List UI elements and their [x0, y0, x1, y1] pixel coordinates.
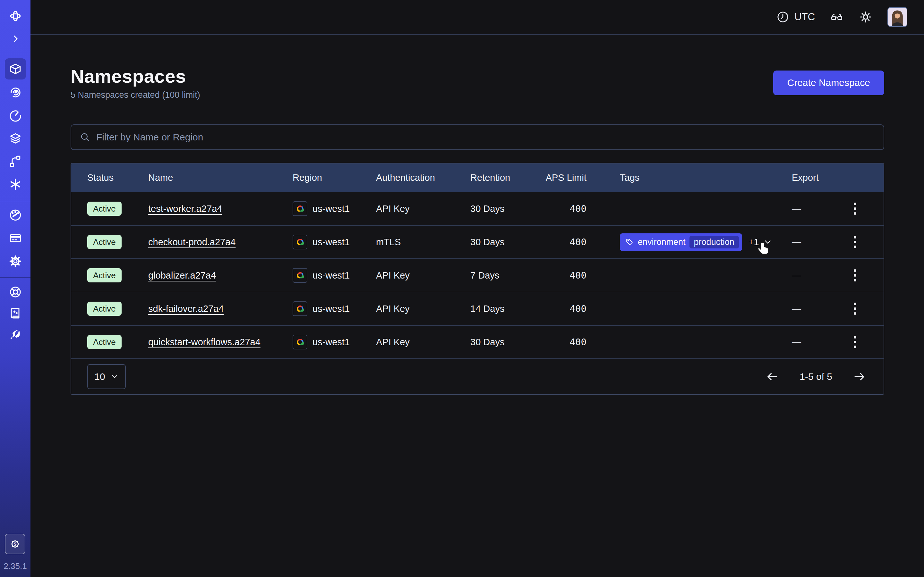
create-namespace-button[interactable]: Create Namespace — [773, 71, 884, 95]
tag-key: environment — [638, 237, 686, 247]
aps-limit-value: 400 — [538, 337, 594, 348]
app-root: $ 2.35.1 UTC — [0, 0, 924, 577]
col-header-region: Region — [292, 172, 376, 183]
retention-value: 30 Days — [470, 237, 538, 247]
next-page-arrow-icon[interactable] — [853, 370, 866, 384]
gcp-logo-icon — [292, 335, 307, 350]
col-header-authentication: Authentication — [376, 172, 470, 183]
table-footer: 10 1-5 of 5 — [71, 358, 884, 394]
sidebar-item-namespaces[interactable] — [5, 58, 26, 79]
sidebar-item-workflows[interactable] — [5, 81, 26, 103]
plan-money-badge-button[interactable]: $ — [5, 534, 25, 554]
chevron-down-icon — [110, 372, 119, 381]
region-label: us-west1 — [312, 203, 350, 214]
export-value: — — [792, 303, 801, 314]
table-row: Active sdk-failover.a27a4 us-west1 API K… — [71, 292, 884, 325]
namespace-link[interactable]: test-worker.a27a4 — [148, 203, 222, 214]
tags-cell: environment production +1 — [594, 234, 766, 251]
status-badge: Active — [87, 335, 121, 350]
sidebar-item-usage[interactable] — [5, 205, 26, 226]
sidebar-bottom: $ 2.35.1 — [3, 534, 27, 577]
timezone-label: UTC — [795, 11, 815, 23]
tag-overflow-count: +1 — [748, 237, 759, 247]
retention-value: 30 Days — [470, 337, 538, 348]
namespace-link[interactable]: sdk-failover.a27a4 — [148, 303, 224, 314]
sidebar-divider — [0, 277, 31, 277]
namespace-link[interactable]: globalizer.a27a4 — [148, 270, 216, 281]
content: Namespaces 5 Namespaces created (100 lim… — [31, 35, 924, 395]
sidebar-item-nexus[interactable] — [5, 174, 26, 195]
app-version: 2.35.1 — [3, 561, 27, 571]
sidebar-item-billing[interactable] — [5, 227, 26, 249]
export-value: — — [792, 237, 801, 247]
export-value: — — [792, 337, 801, 348]
status-badge: Active — [87, 235, 121, 250]
sidebar-item-schedules[interactable] — [5, 105, 26, 126]
prev-page-arrow-icon[interactable] — [766, 370, 779, 384]
tag-chip[interactable]: environment production — [620, 234, 742, 251]
pager: 1-5 of 5 — [766, 370, 866, 384]
row-menu-kebab-icon[interactable] — [851, 199, 859, 218]
col-header-retention: Retention — [470, 172, 538, 183]
topbar: UTC — [31, 0, 924, 35]
page-title: Namespaces — [71, 65, 200, 87]
row-menu-kebab-icon[interactable] — [851, 233, 859, 251]
table-row: Active quickstart-workflows.a27a4 us-wes… — [71, 325, 884, 358]
status-badge: Active — [87, 301, 121, 316]
auth-value: API Key — [376, 270, 470, 281]
namespaces-table: Status Name Region Authentication Retent… — [71, 163, 884, 395]
gcp-logo-icon — [292, 301, 307, 316]
sidebar-item-getting-started[interactable] — [5, 324, 26, 345]
row-menu-kebab-icon[interactable] — [851, 266, 859, 285]
filter-input[interactable] — [96, 132, 875, 143]
status-badge: Active — [87, 268, 121, 283]
export-value: — — [792, 203, 801, 214]
tag-value: production — [690, 236, 739, 248]
aps-limit-value: 400 — [538, 270, 594, 281]
namespace-link[interactable]: checkout-prod.a27a4 — [148, 237, 236, 247]
filter-bar[interactable] — [71, 124, 884, 150]
auth-value: API Key — [376, 303, 470, 314]
temporal-logo-icon[interactable] — [5, 5, 26, 27]
col-header-aps-limit: APS Limit — [538, 172, 594, 183]
region-label: us-west1 — [312, 237, 350, 247]
table-row: Active checkout-prod.a27a4 us-west1 mTLS… — [71, 225, 884, 258]
sidebar-item-support[interactable] — [5, 282, 26, 303]
region-label: us-west1 — [312, 270, 350, 281]
aps-limit-value: 400 — [538, 237, 594, 247]
tag-icon — [625, 237, 634, 247]
gcp-logo-icon — [292, 201, 307, 216]
search-icon — [79, 132, 90, 143]
table-row: Active test-worker.a27a4 us-west1 API Ke… — [71, 192, 884, 225]
clock-icon — [776, 10, 790, 24]
auth-value: mTLS — [376, 237, 470, 247]
gcp-logo-icon — [292, 268, 307, 283]
expand-chevron-icon[interactable] — [5, 28, 26, 49]
col-header-status: Status — [71, 172, 148, 183]
region-label: us-west1 — [312, 303, 350, 314]
status-badge: Active — [87, 201, 121, 216]
page-size-value: 10 — [94, 371, 105, 382]
user-avatar[interactable] — [887, 7, 907, 27]
sidebar-item-docs[interactable] — [5, 303, 26, 324]
theme-sun-icon[interactable] — [859, 10, 873, 24]
col-header-export: Export — [766, 172, 827, 183]
sidebar-item-settings[interactable] — [5, 251, 26, 272]
page-range-label: 1-5 of 5 — [800, 371, 832, 382]
row-menu-kebab-icon[interactable] — [851, 300, 859, 318]
page-size-select[interactable]: 10 — [87, 364, 126, 389]
auth-value: API Key — [376, 337, 470, 348]
svg-text:$: $ — [14, 542, 17, 546]
table-row: Active globalizer.a27a4 us-west1 API Key… — [71, 258, 884, 292]
timezone-selector[interactable]: UTC — [776, 10, 815, 24]
row-menu-kebab-icon[interactable] — [851, 333, 859, 351]
region-label: us-west1 — [312, 337, 350, 348]
retention-value: 14 Days — [470, 303, 538, 314]
aps-limit-value: 400 — [538, 203, 594, 214]
sidebar-item-deployments[interactable] — [5, 128, 26, 149]
reader-glasses-icon[interactable] — [830, 10, 844, 24]
namespace-link[interactable]: quickstart-workflows.a27a4 — [148, 337, 260, 348]
main-area: UTC — [31, 0, 924, 577]
sidebar-item-batch-operations[interactable] — [5, 151, 26, 172]
aps-limit-value: 400 — [538, 303, 594, 314]
